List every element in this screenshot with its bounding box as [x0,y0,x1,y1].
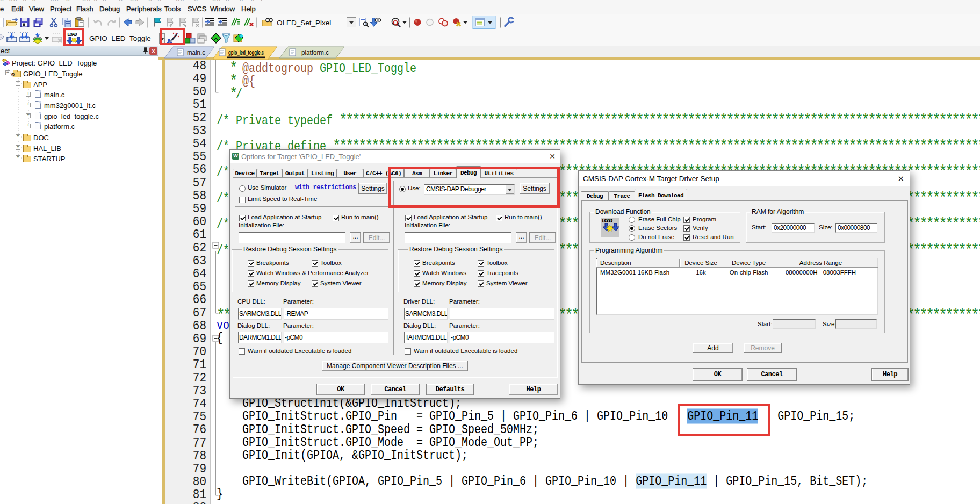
svg-text:gpio_led_toggle.c: gpio_led_toggle.c [228,49,264,56]
svg-text:main.c: main.c [187,49,205,56]
svg-text:GPIO_LED_Toggle: GPIO_LED_Toggle [89,34,151,42]
svg-text:platform.c: platform.c [301,49,329,56]
